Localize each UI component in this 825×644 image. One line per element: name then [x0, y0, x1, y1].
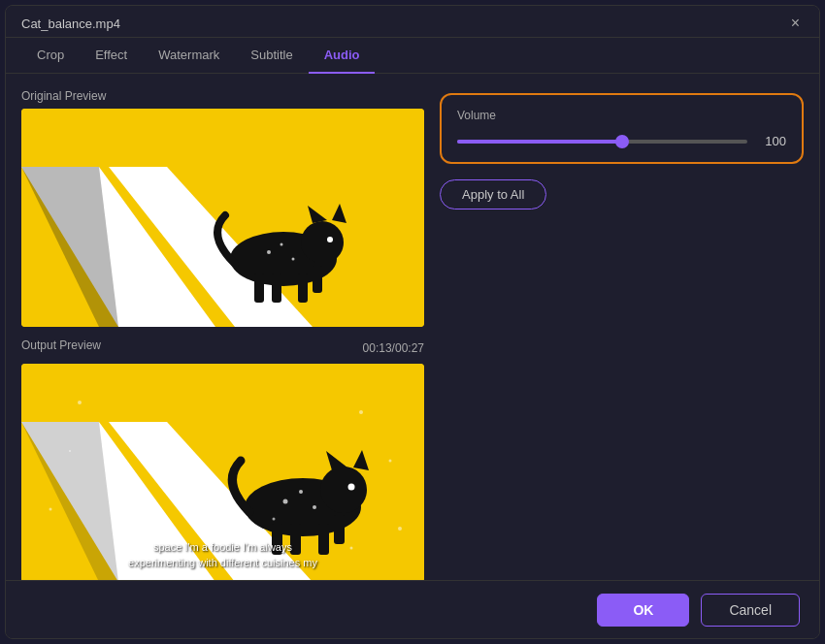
- output-preview-time: 00:13/00:27: [363, 341, 424, 355]
- svg-point-40: [273, 518, 276, 521]
- svg-point-8: [327, 237, 333, 242]
- dialog-window: Cat_balance.mp4 × Crop Effect Watermark …: [5, 5, 820, 639]
- tab-effect[interactable]: Effect: [80, 38, 143, 74]
- output-preview-video: space I'm a foodie I'm always experiment…: [21, 364, 424, 582]
- svg-rect-11: [298, 274, 308, 303]
- volume-track: [457, 140, 747, 144]
- left-panel: Original Preview: [21, 89, 424, 603]
- svg-point-38: [299, 490, 303, 494]
- volume-thumb[interactable]: [615, 135, 629, 148]
- volume-value: 100: [759, 134, 786, 148]
- close-button[interactable]: ×: [787, 16, 804, 31]
- volume-fill: [457, 140, 625, 144]
- apply-to-all-button[interactable]: Apply to All: [440, 179, 546, 209]
- svg-point-24: [398, 527, 402, 531]
- svg-point-14: [280, 243, 283, 246]
- volume-slider-container: [457, 140, 747, 144]
- output-preview-label: Output Preview: [21, 338, 101, 352]
- svg-point-23: [50, 508, 52, 511]
- volume-label: Volume: [457, 109, 786, 122]
- svg-point-39: [313, 505, 316, 509]
- original-preview-section: Original Preview: [21, 89, 424, 327]
- volume-section: Volume 100: [440, 93, 804, 164]
- svg-point-13: [267, 250, 271, 254]
- svg-point-21: [359, 410, 363, 414]
- svg-point-5: [301, 221, 344, 264]
- ok-button[interactable]: OK: [597, 594, 689, 627]
- bottom-bar: OK Cancel: [6, 580, 819, 638]
- tab-bar: Crop Effect Watermark Subtitle Audio: [6, 38, 819, 74]
- original-preview-video: [21, 109, 424, 327]
- svg-rect-10: [272, 274, 281, 303]
- tab-audio[interactable]: Audio: [309, 38, 376, 74]
- title-bar: Cat_balance.mp4 ×: [6, 6, 819, 38]
- tab-watermark[interactable]: Watermark: [143, 38, 235, 74]
- svg-point-32: [348, 484, 355, 491]
- svg-point-20: [78, 401, 82, 404]
- svg-point-27: [69, 450, 71, 452]
- main-content: Original Preview: [6, 74, 819, 619]
- svg-rect-9: [254, 274, 264, 303]
- original-preview-label: Original Preview: [21, 89, 424, 103]
- right-panel: Volume 100 Apply to All: [440, 89, 804, 603]
- svg-point-37: [283, 499, 288, 504]
- svg-point-25: [117, 537, 120, 540]
- svg-point-29: [320, 467, 367, 513]
- output-preview-header: Output Preview 00:13/00:27: [21, 338, 424, 358]
- subtitle-overlay: space I'm a foodie I'm always experiment…: [21, 540, 424, 570]
- svg-rect-12: [313, 266, 322, 293]
- tab-crop[interactable]: Crop: [21, 38, 80, 74]
- output-preview-section: Output Preview 00:13/00:27: [21, 338, 424, 615]
- dialog-title: Cat_balance.mp4: [21, 16, 120, 31]
- svg-point-15: [292, 258, 295, 261]
- cancel-button[interactable]: Cancel: [701, 594, 800, 627]
- svg-point-22: [389, 460, 392, 463]
- tab-subtitle[interactable]: Subtitle: [235, 38, 308, 74]
- volume-row: 100: [457, 134, 786, 148]
